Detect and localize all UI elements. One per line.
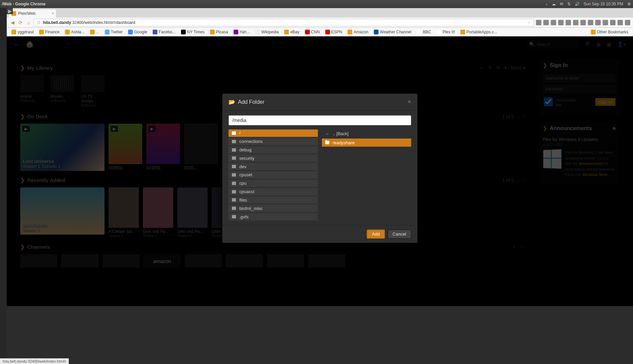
- folder-item[interactable]: files: [229, 196, 318, 204]
- ext-icon[interactable]: [566, 20, 571, 25]
- folder-icon: [325, 141, 329, 144]
- dropbox-icon[interactable]: ⬨: [545, 2, 548, 6]
- folder-list-right: ←.. [Back] readyshare: [322, 129, 411, 220]
- chrome-tabstrip: Plex/Web ×: [7, 8, 633, 18]
- ext-icon[interactable]: [543, 20, 549, 25]
- folder-icon: [39, 30, 44, 34]
- chrome-menu-icon[interactable]: [625, 20, 630, 25]
- bookmark-item[interactable]: CNN: [303, 29, 322, 35]
- back-button[interactable]: ◀: [9, 20, 16, 26]
- bookmark-item[interactable]: Google: [126, 29, 149, 35]
- drive-icon: [232, 156, 236, 160]
- folder-item[interactable]: debug: [229, 146, 318, 154]
- clock[interactable]: Sun Sep 15 10:35 PM: [584, 2, 623, 6]
- bookmark-item[interactable]: PortableApps.c...: [458, 29, 499, 35]
- ebay-icon: [284, 30, 289, 34]
- bookmark-item[interactable]: Amazon: [345, 29, 370, 35]
- cancel-button[interactable]: Cancel: [388, 230, 411, 239]
- close-tab-icon[interactable]: ×: [52, 11, 54, 16]
- weather-icon: [374, 30, 379, 34]
- folder-item[interactable]: /: [229, 129, 318, 137]
- ext-icon[interactable]: [536, 20, 541, 25]
- nyt-icon: [181, 30, 186, 34]
- os-menubar: /Web - Google Chrome ⬨ ☁ ✉ ⇅ 🔊 Sun Sep 1…: [0, 0, 633, 8]
- bookmark-item[interactable]: Facebo...: [151, 29, 178, 35]
- mail-icon[interactable]: ✉: [560, 2, 563, 6]
- amazon-icon: [348, 30, 352, 34]
- ext-icon[interactable]: [617, 20, 623, 25]
- ext-icon[interactable]: [580, 20, 586, 25]
- add-folder-modal: 📂 Add Folder × / connections debug secur…: [222, 93, 418, 243]
- drive-icon: [232, 190, 236, 193]
- bbc-icon: [417, 30, 421, 34]
- picasa-icon: [210, 30, 215, 34]
- other-bookmarks[interactable]: Other Bookmarks: [589, 29, 630, 35]
- path-input[interactable]: [229, 115, 411, 125]
- ext-icon[interactable]: [610, 20, 615, 25]
- bookmark-item[interactable]: Twitter: [103, 29, 125, 35]
- ext-icon[interactable]: [595, 20, 601, 25]
- ext-icon[interactable]: [588, 20, 593, 25]
- bookmark-item[interactable]: NY Times: [179, 29, 207, 35]
- add-button[interactable]: Add: [367, 230, 385, 239]
- plex-app: ← 🏠 🔍 Search 🛠 ⏏ ▣ 👤▾ ❯ My Library ＋ ✎: [7, 36, 633, 306]
- bookmark-item[interactable]: Weather Channel: [372, 29, 413, 35]
- bookmark-item[interactable]: Yah...: [232, 29, 252, 35]
- folder-list-left: / connections debug security dev cpuset …: [229, 129, 318, 220]
- folder-item[interactable]: cpuacct: [229, 188, 318, 195]
- bookmark-item[interactable]: Picasa: [208, 29, 230, 35]
- star-icon[interactable]: ☆: [527, 20, 531, 25]
- drive-icon: [232, 140, 236, 143]
- google-icon: [128, 30, 133, 34]
- drive-icon: [232, 182, 236, 185]
- portableapps-icon: [460, 30, 465, 34]
- bookmark-item[interactable]: BBC: [415, 29, 433, 35]
- bookmark-item[interactable]: ...: [88, 29, 101, 35]
- address-bar[interactable]: 🗋 hda.bell.dandy:32400/web/index.html#!/…: [34, 19, 534, 26]
- volume-icon[interactable]: 🔊: [575, 2, 580, 6]
- folder-item[interactable]: connections: [229, 138, 318, 145]
- folder-item[interactable]: cpu: [229, 180, 318, 187]
- bookmark-item[interactable]: ESPN: [323, 29, 344, 35]
- ext-icon[interactable]: [603, 20, 608, 25]
- folder-item[interactable]: cpuset: [229, 171, 318, 179]
- facebook-icon: [153, 30, 157, 34]
- drive-icon: [232, 131, 236, 135]
- plex-icon: [436, 30, 441, 34]
- close-icon[interactable]: ×: [408, 98, 411, 105]
- reload-button[interactable]: ⟳: [18, 20, 24, 26]
- folder-item[interactable]: .gvfs: [229, 213, 318, 220]
- ext-icon[interactable]: [558, 20, 564, 25]
- back-arrow-icon: ←: [325, 131, 329, 136]
- bookmark-item[interactable]: Wikipedia: [253, 29, 281, 35]
- espn-icon: [325, 30, 330, 34]
- bookmark-item[interactable]: yggdrasil: [9, 29, 36, 35]
- folder-item[interactable]: dev: [229, 163, 318, 170]
- chrome-toolbar: ◀ ▶ ⟳ ⌂ 🗋 hda.bell.dandy:32400/web/index…: [7, 18, 633, 28]
- folder-icon: [591, 30, 596, 34]
- network-icon[interactable]: ⇅: [567, 2, 571, 6]
- bookmark-item[interactable]: eBay: [282, 29, 301, 35]
- folder-icon: [90, 30, 95, 34]
- home-button[interactable]: ⌂: [26, 20, 32, 26]
- bookmarks-bar: yggdrasil Finance Ashla... ... Twitter G…: [7, 28, 633, 36]
- bookmark-item[interactable]: Finance: [37, 29, 62, 35]
- browser-tab[interactable]: Plex/Web ×: [9, 9, 56, 18]
- cloud-icon[interactable]: ☁: [552, 2, 556, 6]
- power-icon[interactable]: ⚙: [627, 2, 631, 6]
- folder-item[interactable]: security: [229, 155, 318, 162]
- cnn-icon: [305, 30, 310, 34]
- ext-icon[interactable]: [551, 20, 556, 25]
- folder-item[interactable]: readyshare: [322, 139, 411, 147]
- ext-icon[interactable]: [573, 20, 578, 25]
- forward-button[interactable]: ▶: [7, 8, 13, 14]
- folder-item[interactable]: binfmt_misc: [229, 205, 318, 212]
- folder-back[interactable]: ←.. [Back]: [322, 129, 411, 138]
- drive-icon: [232, 199, 236, 202]
- bookmark-item[interactable]: Plex It!: [434, 29, 457, 35]
- drive-icon: [232, 173, 236, 177]
- bookmark-item[interactable]: Ashla...: [63, 29, 87, 35]
- unity-launcher[interactable]: [0, 8, 7, 364]
- drive-icon: [232, 215, 236, 218]
- yahoo-icon: [234, 30, 238, 34]
